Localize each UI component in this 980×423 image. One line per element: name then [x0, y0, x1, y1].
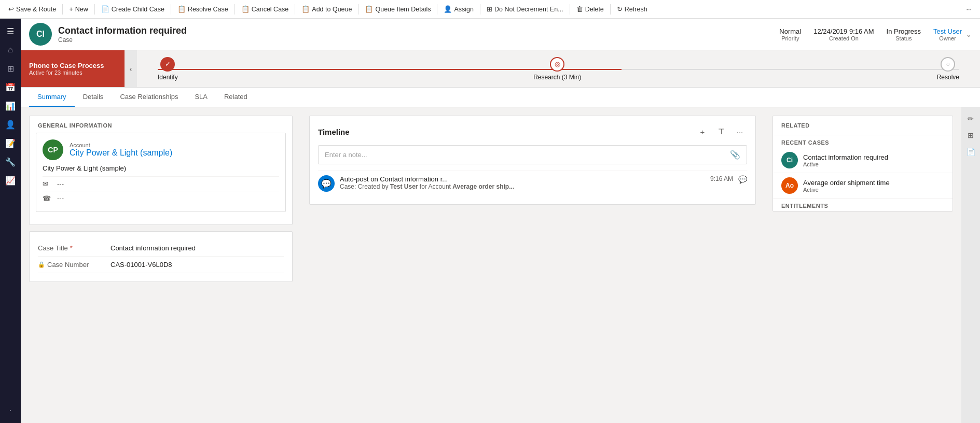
record-header: CI Contact information required Case Nor…	[21, 19, 980, 50]
assign-button[interactable]: 👤 Assign	[439, 3, 478, 15]
timeline-item-content: Auto-post on Contact information r... Ca…	[340, 175, 705, 190]
tab-details[interactable]: Details	[75, 88, 112, 107]
resolve-case-button[interactable]: 📋 Resolve Case	[173, 3, 232, 15]
toolbar-separator-8	[480, 4, 480, 15]
panel-timeline: Timeline + ⊤ ··· Enter a note... 📎 💬	[301, 107, 764, 423]
toolbar-separator-5	[295, 4, 295, 15]
panel-far-right: ✏ ⊞ 📄	[961, 107, 980, 423]
far-right-grid-icon[interactable]: ⊞	[963, 128, 978, 143]
toolbar-separator	[62, 4, 63, 15]
step-research-circle: ◎	[550, 57, 564, 72]
entitlements-title: ENTITLEMENTS	[773, 199, 953, 211]
more-button[interactable]: ···	[962, 4, 976, 15]
related-card: RELATED RECENT CASES Ci Contact informat…	[772, 116, 953, 212]
lock-icon: 🔒	[38, 261, 45, 268]
recent-case-item-2[interactable]: Ao Average order shipment time Active	[773, 173, 953, 199]
process-step-resolve[interactable]: ○ Resolve	[937, 57, 959, 81]
sidebar-tools-icon[interactable]: 🔧	[2, 153, 19, 170]
recent-case-info-2: Average order shipment time Active	[803, 179, 890, 193]
queue-details-button[interactable]: 📋 Queue Item Details	[361, 3, 435, 15]
cancel-case-button[interactable]: 📋 Cancel Case	[237, 3, 293, 15]
create-child-button[interactable]: 📄 Create Child Case	[97, 3, 169, 15]
timeline-item: 💬 Auto-post on Contact information r... …	[318, 171, 747, 196]
delete-button[interactable]: 🗑 Delete	[572, 3, 608, 15]
record-title: Contact information required	[58, 25, 779, 36]
recent-case-2-status: Active	[803, 187, 890, 193]
timeline-card: Timeline + ⊤ ··· Enter a note... 📎 💬	[309, 116, 756, 205]
tab-summary[interactable]: Summary	[29, 88, 75, 107]
recent-case-1-title: Contact information required	[803, 153, 888, 161]
refresh-icon: ↻	[617, 5, 623, 13]
step-identify-label: Identify	[158, 74, 178, 81]
tab-related[interactable]: Related	[216, 88, 256, 107]
recent-case-info-1: Contact information required Active	[803, 153, 888, 167]
note-input-area[interactable]: Enter a note... 📎	[318, 145, 747, 164]
header-chevron-icon[interactable]: ⌄	[966, 31, 972, 38]
timeline-item-menu-icon[interactable]: 💬	[738, 175, 747, 184]
account-info: Account City Power & Light (sample)	[70, 142, 172, 158]
process-steps: ✓ Identify ◎ Research (3 Min) ○ Resolve	[137, 57, 980, 81]
toolbar-separator-9	[570, 4, 570, 15]
process-collapse-icon[interactable]: ‹	[125, 50, 137, 87]
timeline-title: Timeline	[318, 128, 695, 136]
phone-icon: ☎	[43, 194, 53, 202]
recent-case-1-status: Active	[803, 161, 888, 167]
sidebar-menu-icon[interactable]: ☰	[2, 23, 19, 39]
related-title: RELATED	[773, 116, 953, 135]
meta-priority: Normal Priority	[779, 27, 801, 41]
sidebar-reports-icon[interactable]: 📈	[2, 172, 19, 189]
process-bar: Phone to Case Process Active for 23 minu…	[21, 50, 980, 88]
delete-icon: 🗑	[576, 5, 583, 13]
add-queue-icon: 📋	[301, 5, 310, 13]
sidebar-home-icon[interactable]: ⌂	[2, 41, 19, 58]
sidebar-notes-icon[interactable]: 📝	[2, 135, 19, 151]
general-info-card: GENERAL INFORMATION CP Account City Powe…	[29, 116, 293, 225]
meta-status: In Progress Status	[887, 27, 921, 41]
recent-case-avatar-2: Ao	[781, 177, 798, 194]
process-phase[interactable]: Phone to Case Process Active for 23 minu…	[21, 50, 125, 87]
sidebar-entities-icon[interactable]: ⊞	[2, 60, 19, 77]
record-avatar: CI	[29, 23, 52, 46]
do-not-decrement-button[interactable]: ⊞ Do Not Decrement En...	[482, 3, 568, 15]
account-name-link[interactable]: City Power & Light (sample)	[70, 148, 172, 158]
case-title-row: Case Title * Contact information require…	[38, 240, 284, 257]
recent-cases-title: RECENT CASES	[773, 135, 953, 148]
resolve-case-icon: 📋	[177, 5, 186, 13]
recent-case-item-1[interactable]: Ci Contact information required Active	[773, 148, 953, 173]
timeline-add-button[interactable]: +	[695, 124, 710, 139]
case-number-row: 🔒 Case Number CAS-01001-V6L0D8	[38, 257, 284, 273]
sidebar-settings-icon[interactable]: ·	[2, 402, 19, 419]
step-resolve-circle: ○	[941, 57, 955, 72]
timeline-item-title: Auto-post on Contact information r...	[340, 175, 705, 183]
account-top: CP Account City Power & Light (sample)	[43, 139, 279, 160]
meta-created-on: 12/24/2019 9:16 AM Created On	[813, 27, 874, 41]
attach-icon[interactable]: 📎	[730, 150, 740, 160]
refresh-button[interactable]: ↻ Refresh	[613, 3, 652, 15]
tab-case-relationships[interactable]: Case Relationships	[112, 88, 186, 107]
required-asterisk: *	[70, 244, 73, 252]
far-right-doc-icon[interactable]: 📄	[963, 145, 978, 159]
process-phase-sub: Active for 23 minutes	[29, 69, 116, 76]
recent-case-avatar-1: Ci	[781, 152, 798, 168]
timeline-item-avatar: 💬	[318, 175, 335, 192]
new-button[interactable]: + New	[65, 3, 92, 15]
account-label: Account	[70, 142, 172, 148]
tab-sla[interactable]: SLA	[186, 88, 216, 107]
process-step-research[interactable]: ◎ Research (3 Min)	[533, 57, 581, 81]
add-queue-button[interactable]: 📋 Add to Queue	[297, 3, 356, 15]
sidebar-contacts-icon[interactable]: 👤	[2, 116, 19, 133]
process-step-identify[interactable]: ✓ Identify	[158, 57, 178, 81]
toolbar: ↩ Save & Route + New 📄 Create Child Case…	[0, 0, 980, 19]
step-research-label: Research (3 Min)	[533, 74, 581, 81]
toolbar-separator-6	[358, 4, 358, 15]
timeline-filter-button[interactable]: ⊤	[714, 124, 728, 139]
recent-case-2-title: Average order shipment time	[803, 179, 890, 187]
panel-related: RELATED RECENT CASES Ci Contact informat…	[764, 107, 961, 423]
far-right-pencil-icon[interactable]: ✏	[963, 111, 978, 126]
timeline-actions: + ⊤ ···	[695, 124, 747, 139]
sidebar-activities-icon[interactable]: 📅	[2, 79, 19, 95]
save-route-button[interactable]: ↩ Save & Route	[4, 3, 60, 15]
timeline-more-button[interactable]: ···	[733, 124, 747, 139]
sidebar-dashboards-icon[interactable]: 📊	[2, 97, 19, 114]
case-number-value: CAS-01001-V6L0D8	[111, 261, 284, 269]
